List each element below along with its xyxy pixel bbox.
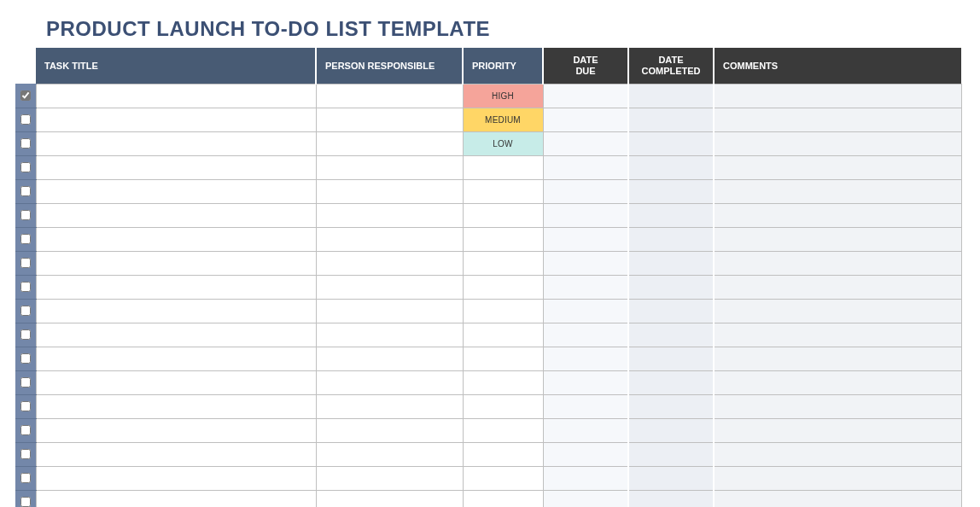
person-cell[interactable]	[316, 132, 463, 156]
done-checkbox[interactable]	[20, 210, 31, 220]
task-cell[interactable]	[36, 395, 316, 419]
task-cell[interactable]	[36, 371, 316, 395]
comments-cell[interactable]	[714, 156, 961, 180]
person-cell[interactable]	[316, 276, 463, 300]
person-cell[interactable]	[316, 347, 463, 371]
task-cell[interactable]	[36, 491, 316, 507]
person-cell[interactable]	[316, 204, 463, 228]
date-completed-cell[interactable]	[628, 491, 714, 507]
date-completed-cell[interactable]	[628, 156, 714, 180]
person-cell[interactable]	[316, 252, 463, 276]
date-completed-cell[interactable]	[628, 395, 714, 419]
priority-cell[interactable]	[463, 467, 543, 491]
task-cell[interactable]	[36, 132, 316, 156]
priority-cell[interactable]	[463, 156, 543, 180]
priority-cell[interactable]: MEDIUM	[463, 108, 543, 132]
done-checkbox[interactable]	[20, 497, 31, 507]
done-checkbox[interactable]	[20, 114, 31, 125]
priority-cell[interactable]	[463, 204, 543, 228]
priority-cell[interactable]	[463, 419, 543, 443]
task-cell[interactable]	[36, 180, 316, 204]
priority-cell[interactable]	[463, 252, 543, 276]
person-cell[interactable]	[316, 108, 463, 132]
task-cell[interactable]	[36, 108, 316, 132]
comments-cell[interactable]	[714, 84, 961, 108]
done-checkbox[interactable]	[20, 377, 31, 388]
comments-cell[interactable]	[714, 228, 961, 252]
date-completed-cell[interactable]	[628, 252, 714, 276]
priority-cell[interactable]	[463, 395, 543, 419]
task-cell[interactable]	[36, 252, 316, 276]
date-due-cell[interactable]	[543, 108, 628, 132]
priority-cell[interactable]	[463, 300, 543, 323]
task-cell[interactable]	[36, 204, 316, 228]
done-checkbox[interactable]	[20, 234, 31, 244]
priority-cell[interactable]	[463, 443, 543, 467]
task-cell[interactable]	[36, 276, 316, 300]
date-due-cell[interactable]	[543, 84, 628, 108]
person-cell[interactable]	[316, 228, 463, 252]
done-checkbox[interactable]	[20, 425, 31, 435]
priority-cell[interactable]	[463, 180, 543, 204]
date-completed-cell[interactable]	[628, 347, 714, 371]
person-cell[interactable]	[316, 491, 463, 507]
date-due-cell[interactable]	[543, 395, 628, 419]
done-checkbox[interactable]	[20, 449, 31, 459]
date-completed-cell[interactable]	[628, 300, 714, 323]
priority-cell[interactable]	[463, 228, 543, 252]
comments-cell[interactable]	[714, 395, 961, 419]
priority-cell[interactable]: HIGH	[463, 84, 543, 108]
done-checkbox[interactable]	[20, 90, 31, 101]
person-cell[interactable]	[316, 84, 463, 108]
comments-cell[interactable]	[714, 108, 961, 132]
priority-cell[interactable]	[463, 276, 543, 300]
task-cell[interactable]	[36, 467, 316, 491]
person-cell[interactable]	[316, 300, 463, 323]
date-completed-cell[interactable]	[628, 443, 714, 467]
done-checkbox[interactable]	[20, 258, 31, 268]
date-due-cell[interactable]	[543, 419, 628, 443]
done-checkbox[interactable]	[20, 353, 31, 364]
task-cell[interactable]	[36, 156, 316, 180]
task-cell[interactable]	[36, 300, 316, 323]
done-checkbox[interactable]	[20, 186, 31, 196]
person-cell[interactable]	[316, 467, 463, 491]
date-due-cell[interactable]	[543, 204, 628, 228]
date-completed-cell[interactable]	[628, 84, 714, 108]
person-cell[interactable]	[316, 371, 463, 395]
person-cell[interactable]	[316, 180, 463, 204]
comments-cell[interactable]	[714, 300, 961, 323]
done-checkbox[interactable]	[20, 329, 31, 340]
date-due-cell[interactable]	[543, 443, 628, 467]
comments-cell[interactable]	[714, 323, 961, 347]
task-cell[interactable]	[36, 323, 316, 347]
date-due-cell[interactable]	[543, 180, 628, 204]
date-completed-cell[interactable]	[628, 132, 714, 156]
task-cell[interactable]	[36, 228, 316, 252]
person-cell[interactable]	[316, 419, 463, 443]
date-due-cell[interactable]	[543, 132, 628, 156]
comments-cell[interactable]	[714, 443, 961, 467]
comments-cell[interactable]	[714, 252, 961, 276]
person-cell[interactable]	[316, 323, 463, 347]
priority-cell[interactable]	[463, 371, 543, 395]
comments-cell[interactable]	[714, 371, 961, 395]
date-due-cell[interactable]	[543, 347, 628, 371]
date-completed-cell[interactable]	[628, 276, 714, 300]
date-completed-cell[interactable]	[628, 323, 714, 347]
date-due-cell[interactable]	[543, 491, 628, 507]
person-cell[interactable]	[316, 443, 463, 467]
date-completed-cell[interactable]	[628, 108, 714, 132]
comments-cell[interactable]	[714, 467, 961, 491]
task-cell[interactable]	[36, 347, 316, 371]
comments-cell[interactable]	[714, 180, 961, 204]
date-due-cell[interactable]	[543, 276, 628, 300]
date-due-cell[interactable]	[543, 300, 628, 323]
done-checkbox[interactable]	[20, 306, 31, 316]
comments-cell[interactable]	[714, 276, 961, 300]
task-cell[interactable]	[36, 84, 316, 108]
task-cell[interactable]	[36, 419, 316, 443]
person-cell[interactable]	[316, 156, 463, 180]
comments-cell[interactable]	[714, 347, 961, 371]
date-completed-cell[interactable]	[628, 228, 714, 252]
